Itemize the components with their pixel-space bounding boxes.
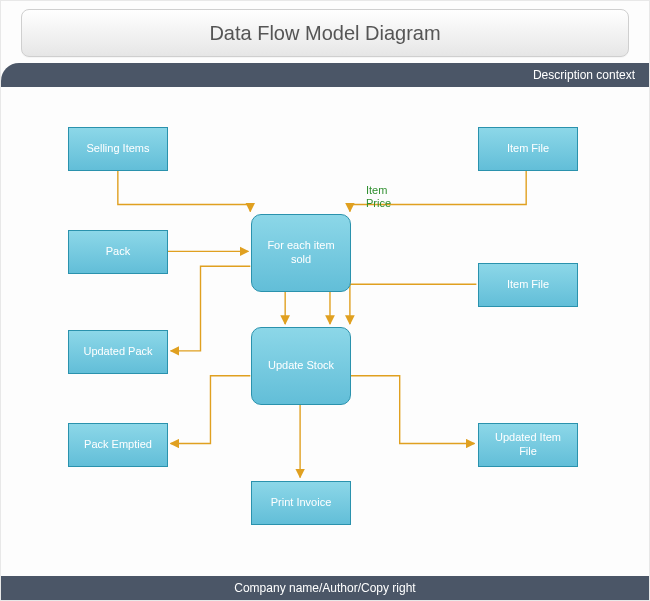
node-pack: Pack <box>68 230 168 274</box>
node-item-file-top: Item File <box>478 127 578 171</box>
node-label: Item File <box>507 278 549 292</box>
flow-label-item-price: Item Price <box>366 171 391 211</box>
node-label: Updated Pack <box>83 345 152 359</box>
node-label: Pack <box>106 245 130 259</box>
node-updated-item-file: Updated Item File <box>478 423 578 467</box>
node-label: Updated Item File <box>495 431 561 459</box>
node-selling-items: Selling Items <box>68 127 168 171</box>
footer-bar: Company name/Author/Copy right <box>1 576 649 600</box>
diagram-page: Data Flow Model Diagram Description cont… <box>0 0 650 601</box>
description-bar: Description context <box>1 63 649 87</box>
node-for-each-item-sold: For each item sold <box>251 214 351 292</box>
diagram-canvas: Selling Items Item File Item Price Pack … <box>1 87 649 576</box>
node-label: For each item sold <box>267 239 334 267</box>
node-update-stock: Update Stock <box>251 327 351 405</box>
node-label: Pack Emptied <box>84 438 152 452</box>
node-pack-emptied: Pack Emptied <box>68 423 168 467</box>
node-label: Print Invoice <box>271 496 332 510</box>
diagram-title: Data Flow Model Diagram <box>209 22 440 45</box>
node-updated-pack: Updated Pack <box>68 330 168 374</box>
footer-text: Company name/Author/Copy right <box>234 581 415 595</box>
description-text: Description context <box>533 68 635 82</box>
node-item-file-mid: Item File <box>478 263 578 307</box>
node-label: Update Stock <box>268 359 334 373</box>
node-label: Item File <box>507 142 549 156</box>
node-print-invoice: Print Invoice <box>251 481 351 525</box>
node-label: Selling Items <box>87 142 150 156</box>
diagram-title-bar: Data Flow Model Diagram <box>21 9 629 57</box>
